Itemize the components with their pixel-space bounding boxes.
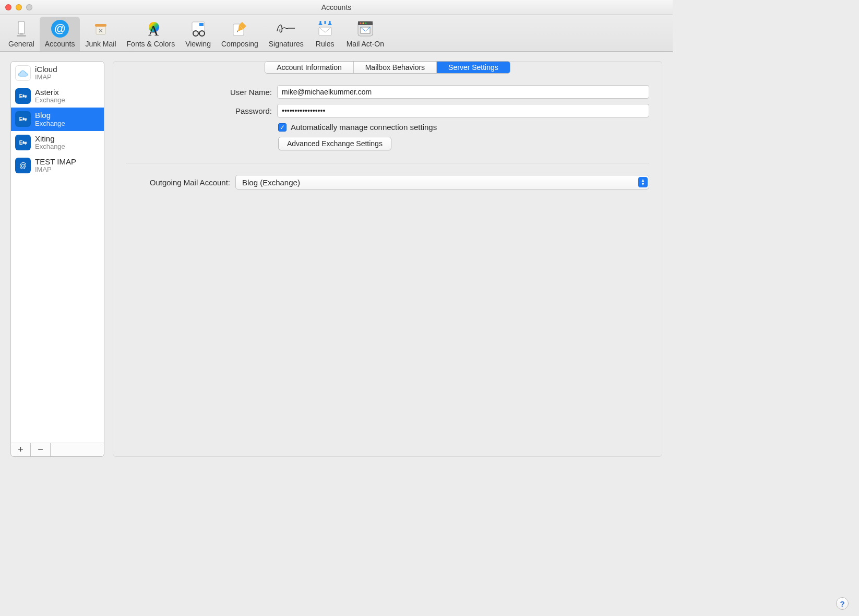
svg-point-25 (362, 22, 364, 24)
general-icon (10, 19, 32, 39)
username-input[interactable] (277, 85, 649, 99)
account-row-test-imap[interactable]: @ TEST IMAP IMAP (11, 154, 104, 177)
toolbar-item-signatures[interactable]: Signatures (264, 17, 309, 51)
cloud-icon (15, 65, 31, 81)
exchange-icon: E⇆ (15, 111, 31, 127)
svg-rect-1 (20, 33, 23, 34)
toolbar-item-junk-mail[interactable]: ✕ Junk Mail (80, 17, 121, 51)
svg-text:E⇆: E⇆ (19, 140, 28, 146)
account-name: iCloud (35, 65, 57, 74)
account-row-blog[interactable]: E⇆ Blog Exchange (11, 108, 104, 131)
fonts-colors-icon: A (140, 19, 162, 39)
outgoing-account-value: Blog (Exchange) (242, 178, 300, 187)
svg-marker-19 (318, 22, 323, 25)
account-subtitle: IMAP (35, 74, 57, 81)
trash-icon: ✕ (90, 19, 112, 39)
svg-rect-0 (18, 21, 25, 34)
form-divider (126, 163, 649, 163)
svg-rect-6 (95, 24, 106, 27)
account-subtitle: Exchange (35, 97, 65, 104)
username-row: User Name: (126, 85, 649, 99)
svg-point-26 (365, 22, 366, 24)
auto-manage-row[interactable]: ✓ Automatically manage connection settin… (278, 123, 649, 132)
compose-icon (229, 19, 250, 39)
toolbar-item-mail-act-on[interactable]: Mail Act-On (341, 17, 389, 51)
toolbar-item-label: Composing (221, 40, 258, 48)
toolbar-item-label: Mail Act-On (347, 40, 384, 48)
at-icon: @ (15, 158, 31, 173)
toolbar-item-general[interactable]: General (3, 17, 40, 51)
account-subtitle: IMAP (35, 166, 76, 174)
exchange-icon: E⇆ (15, 88, 31, 104)
add-account-button[interactable]: + (11, 443, 31, 456)
account-row-icloud[interactable]: iCloud IMAP (11, 62, 104, 85)
password-label: Password: (126, 106, 272, 115)
svg-text:E⇆: E⇆ (19, 93, 28, 99)
window-title: Accounts (0, 3, 673, 11)
account-subtitle: Exchange (35, 143, 65, 151)
signature-icon (275, 19, 297, 39)
account-row-asterix[interactable]: E⇆ Asterix Exchange (11, 85, 104, 108)
password-row: Password: (126, 104, 649, 117)
toolbar-item-viewing[interactable]: Viewing (180, 17, 216, 51)
rules-icon (314, 19, 336, 39)
username-label: User Name: (126, 88, 272, 97)
tab-mailbox-behaviors[interactable]: Mailbox Behaviors (354, 62, 437, 73)
footer-spacer (51, 443, 104, 456)
svg-text:@: @ (19, 161, 27, 170)
account-subtitle: Exchange (35, 120, 65, 128)
svg-rect-2 (17, 35, 26, 37)
at-icon: @ (49, 19, 71, 39)
toolbar-item-label: Viewing (185, 40, 211, 48)
toolbar-item-label: Accounts (45, 40, 75, 48)
account-row-xiting[interactable]: E⇆ Xiting Exchange (11, 131, 104, 154)
toolbar-item-label: Fonts & Colors (127, 40, 175, 48)
mail-act-on-icon (354, 19, 376, 39)
svg-text:E⇆: E⇆ (19, 116, 28, 122)
accounts-sidebar-wrap: iCloud IMAP E⇆ Asterix Exchange E⇆ Blo (10, 61, 104, 457)
advanced-exchange-settings-button[interactable]: Advanced Exchange Settings (278, 137, 391, 150)
svg-marker-20 (328, 22, 332, 25)
account-name: Blog (35, 111, 65, 120)
toolbar-item-rules[interactable]: Rules (309, 17, 341, 51)
auto-manage-label: Automatically manage connection settings (291, 123, 437, 132)
toolbar-item-fonts-colors[interactable]: A Fonts & Colors (122, 17, 181, 51)
account-detail-pane: Account Information Mailbox Behaviors Se… (113, 61, 662, 457)
accounts-sidebar[interactable]: iCloud IMAP E⇆ Asterix Exchange E⇆ Blo (10, 61, 104, 443)
tab-server-settings[interactable]: Server Settings (437, 62, 510, 73)
preferences-toolbar: General @ Accounts ✕ Junk Mail A Fonts &… (0, 15, 673, 52)
svg-point-24 (360, 22, 361, 24)
account-name: TEST IMAP (35, 157, 76, 166)
chevron-up-down-icon: ▲▼ (638, 177, 648, 187)
toolbar-item-label: Signatures (269, 40, 304, 48)
tab-account-information[interactable]: Account Information (265, 62, 354, 73)
account-name: Asterix (35, 88, 65, 97)
server-settings-form: User Name: Password: ✓ Automatically man… (126, 85, 649, 189)
detail-tabs: Account Information Mailbox Behaviors Se… (265, 61, 510, 74)
password-input[interactable] (277, 104, 649, 117)
exchange-icon: E⇆ (15, 135, 31, 150)
titlebar: Accounts (0, 0, 673, 15)
toolbar-item-accounts[interactable]: @ Accounts (40, 17, 80, 51)
svg-text:@: @ (54, 22, 65, 35)
outgoing-account-label: Outgoing Mail Account: (126, 178, 230, 187)
accounts-footer: + − (10, 443, 104, 457)
outgoing-account-row: Outgoing Mail Account: Blog (Exchange) ▲… (126, 175, 649, 189)
toolbar-item-label: Junk Mail (85, 40, 116, 48)
content-area: iCloud IMAP E⇆ Asterix Exchange E⇆ Blo (0, 52, 673, 464)
remove-account-button[interactable]: − (31, 443, 51, 456)
toolbar-item-label: Rules (316, 40, 335, 48)
svg-text:✕: ✕ (98, 27, 103, 34)
svg-text:A: A (148, 22, 159, 38)
account-name: Xiting (35, 134, 65, 143)
toolbar-item-label: General (8, 40, 34, 48)
checkbox-checked-icon[interactable]: ✓ (278, 123, 287, 132)
viewing-icon (187, 19, 209, 39)
toolbar-item-composing[interactable]: Composing (216, 17, 264, 51)
svg-rect-11 (199, 23, 204, 26)
outgoing-account-select[interactable]: Blog (Exchange) ▲▼ (235, 175, 649, 189)
